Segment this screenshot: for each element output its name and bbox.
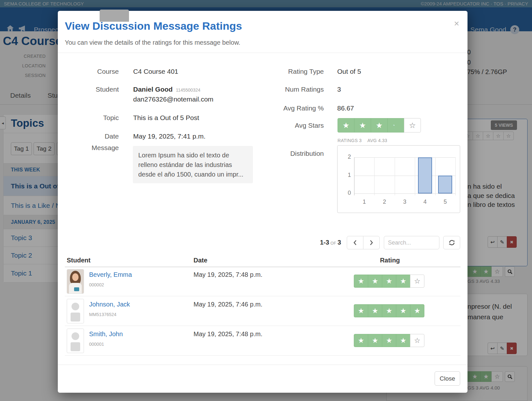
student-label: Student: [68, 86, 119, 93]
distribution-chart: 01212345: [337, 145, 460, 213]
student-email: dan276326@notemail.com: [133, 95, 213, 103]
close-button[interactable]: Close: [435, 371, 460, 386]
student-id: 000002: [89, 282, 104, 287]
active-nav-tab[interactable]: [100, 10, 129, 22]
student-value: Daniel Good1145500324: [133, 86, 201, 93]
col-header-student: Student: [67, 257, 90, 264]
chevron-right-icon: [369, 239, 374, 246]
student-placeholder-avatar: [67, 299, 84, 323]
avg-rating-value: 86.67: [337, 104, 354, 112]
student-id: 1145500324: [176, 87, 201, 93]
chevron-left-icon: [353, 239, 357, 246]
pagination-count: 1-3OF3: [222, 239, 341, 246]
message-box: Lorem Ipsum ha sido el texto de relleno …: [133, 146, 253, 183]
ratings-avg-caption: RATINGS 3AVG 4.33: [338, 138, 387, 143]
num-ratings-value: 3: [337, 86, 341, 93]
student-name: Daniel Good: [133, 86, 173, 93]
rating-type-label: Rating Type: [266, 68, 324, 75]
pagination-range: 1-3: [320, 239, 329, 246]
close-icon[interactable]: ×: [454, 19, 459, 29]
rating-date: May 19, 2025, 7:46 p.m.: [194, 301, 262, 308]
col-header-date: Date: [194, 257, 207, 264]
date-value: May 19, 2025, 7:41 p.m.: [133, 132, 205, 140]
student-link[interactable]: Johnson, Jack: [89, 301, 130, 308]
table-row: Smith, John 000001 May 19, 2025, 7:48 p.…: [65, 326, 460, 356]
table-row: Johnson, Jack MM51376524 May 19, 2025, 7…: [65, 296, 460, 326]
screen: SEMA COLLEGE OF TECHNOLOGY ©2009-24 AMPE…: [0, 0, 532, 401]
pagination-total: 3: [338, 239, 341, 246]
modal-footer-divider: [58, 365, 467, 365]
date-label: Date: [68, 132, 119, 140]
ratings-count-caption: RATINGS 3: [338, 138, 362, 143]
pagination-of: OF: [331, 241, 336, 246]
rating-type-value: Out of 5: [337, 68, 361, 75]
student-photo-avatar: [67, 269, 84, 294]
num-ratings-label: Num Ratings: [266, 86, 324, 93]
refresh-icon: [448, 239, 455, 246]
prev-page-button[interactable]: [347, 236, 363, 249]
row-rating-stars: ★★★★☆: [354, 334, 424, 347]
modal-subtitle: You can view the details of the ratings …: [65, 39, 240, 46]
course-label: Course: [68, 68, 119, 75]
row-rating-stars: ★★★★★: [354, 304, 424, 317]
table-row: Beverly, Emma 000002 May 19, 2025, 7:48 …: [65, 267, 460, 296]
avg-rating-label: Avg Rating %: [266, 104, 324, 112]
divider: [58, 53, 467, 53]
message-label: Message: [68, 144, 119, 152]
student-placeholder-avatar: [67, 329, 84, 353]
refresh-button[interactable]: [443, 236, 460, 249]
student-id: 000001: [89, 342, 104, 347]
student-link[interactable]: Smith, John: [89, 330, 123, 338]
avg-stars-label: Avg Stars: [266, 122, 324, 129]
rating-date: May 19, 2025, 7:48 p.m.: [194, 271, 262, 278]
distribution-label: Distribution: [266, 150, 324, 157]
col-header-rating: Rating: [358, 257, 422, 264]
search-input[interactable]: [384, 236, 439, 249]
view-ratings-modal: View Discussion Message Ratings You can …: [58, 11, 467, 393]
topic-value: This is a Out of 5 Post: [133, 114, 199, 122]
topic-label: Topic: [68, 114, 119, 122]
next-page-button[interactable]: [363, 236, 380, 249]
row-rating-stars: ★★★★☆: [354, 275, 424, 288]
avg-stars-widget: ★★★★☆: [338, 118, 421, 132]
modal-title: View Discussion Message Ratings: [65, 20, 242, 32]
course-value: C4 Course 401: [133, 68, 178, 75]
student-id: MM51376524: [89, 312, 117, 317]
student-link[interactable]: Beverly, Emma: [89, 271, 132, 278]
avg-value-caption: AVG 4.33: [368, 138, 387, 143]
rating-date: May 19, 2025, 7:48 p.m.: [194, 330, 262, 338]
